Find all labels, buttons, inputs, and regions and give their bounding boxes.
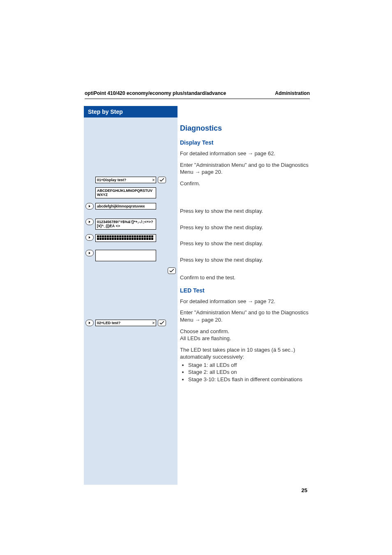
- confirm-end-text: Confirm to end the test.: [180, 274, 310, 281]
- display-02-label: 02=LED test?: [97, 321, 120, 325]
- display-blocks: [95, 234, 156, 242]
- display-01: 01=Display test? >: [95, 177, 156, 183]
- press3-text: Press key to show the next display.: [180, 240, 310, 247]
- header-right-text: Administration: [275, 90, 310, 96]
- section-title: Diagnostics: [180, 124, 310, 133]
- text-part: For detailed information see: [180, 298, 248, 304]
- sidebar-title: Step by Step: [84, 106, 178, 117]
- led-test-line2: Enter "Administration Menu" and go to th…: [180, 309, 310, 323]
- page-header: optiPoint 410/420 economy/economy plus/s…: [85, 90, 310, 99]
- led-test-line1: For detailed information see → page 72.: [180, 298, 310, 305]
- choose-text: Choose and confirm.: [180, 328, 310, 335]
- step-led-test: 02=LED test? >: [85, 320, 166, 326]
- display-upper: ABCDEFGHIJKLMNOPQRSTUVWXYZ: [95, 187, 156, 198]
- arrow-right-icon: [85, 250, 94, 256]
- check-icon: [158, 177, 166, 183]
- press2-text: Press key to show the next display.: [180, 224, 310, 231]
- display-01-label: 01=Display test?: [97, 178, 126, 182]
- step-confirm-end: [168, 267, 176, 274]
- arrow-right-icon: [85, 320, 94, 326]
- display-01-gt: >: [152, 178, 154, 182]
- led-test-heading: LED Test: [180, 287, 310, 294]
- arrow-right-inline-icon: →: [248, 150, 253, 157]
- display-empty: [95, 250, 156, 261]
- arrow-right-inline-icon: →: [195, 169, 200, 175]
- display-test-line2: Enter "Administration Menu" and go to th…: [180, 161, 310, 176]
- main-content: Diagnostics Display Test For detailed in…: [180, 106, 310, 383]
- arrow-right-icon: [85, 203, 94, 210]
- page-number: 25: [302, 487, 307, 493]
- sidebar: Step by Step: [84, 106, 178, 485]
- text-part: For detailed information see: [180, 150, 248, 157]
- list-item: Stage 3-10: LEDs flash in different comb…: [188, 376, 310, 383]
- display-02-gt: >: [152, 321, 154, 325]
- text-part: page 20.: [200, 317, 222, 323]
- step-display-test: 01=Display test? >: [95, 177, 166, 183]
- display-test-heading: Display Test: [180, 139, 310, 146]
- arrow-right-icon: [85, 219, 94, 225]
- text-part: page 72.: [253, 298, 275, 304]
- list-item: Stage 1: all LEDs off: [188, 362, 310, 369]
- step-symbols: 0123456789!"#$%&'()*+,-./:;<=>?[¥]^_{|}È…: [85, 219, 156, 230]
- display-test-line1: For detailed information see → page 62.: [180, 150, 310, 157]
- display-symbols: 0123456789!"#$%&'()*+,-./:;<=>?[¥]^_{|}È…: [95, 219, 156, 230]
- display-02: 02=LED test? >: [95, 320, 156, 326]
- step-blocks: [85, 234, 156, 242]
- check-icon: [168, 267, 176, 274]
- arrow-right-inline-icon: →: [195, 317, 200, 323]
- step-alpha-upper: ABCDEFGHIJKLMNOPQRSTUVWXYZ: [95, 187, 156, 198]
- arrow-right-icon: [85, 234, 94, 241]
- list-item: Stage 2: all LEDs on: [188, 368, 310, 376]
- press1-text: Press key to show the next display.: [180, 207, 310, 215]
- text-part: page 20.: [200, 169, 222, 175]
- arrow-right-inline-icon: →: [248, 298, 253, 304]
- press4-text: Press key to show the next display.: [180, 256, 310, 264]
- header-left-text: optiPoint 410/420 economy/economy plus/s…: [85, 90, 226, 96]
- step-empty: [85, 250, 156, 261]
- text-part: page 62.: [253, 150, 275, 157]
- flashing-text: All LEDs are flashing.: [180, 335, 310, 342]
- led-desc-text: The LED test takes place in 10 stages (á…: [180, 346, 310, 361]
- check-icon: [158, 320, 166, 326]
- display-lower: abcdefghijklmnopqrstuvwx: [95, 203, 156, 210]
- step-alpha-lower: abcdefghijklmnopqrstuvwx: [85, 203, 156, 210]
- confirm-text: Confirm.: [180, 180, 310, 187]
- led-stages-list: Stage 1: all LEDs off Stage 2: all LEDs …: [188, 362, 310, 383]
